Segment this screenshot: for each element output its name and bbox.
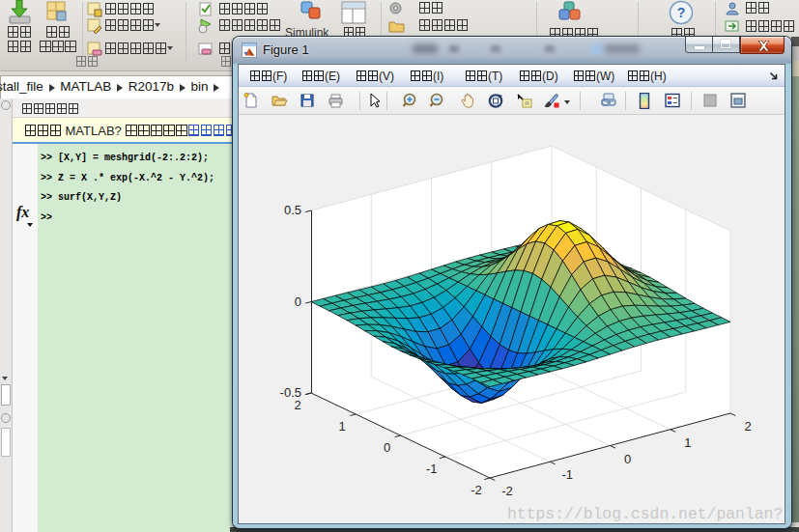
svg-text:0: 0: [295, 294, 301, 309]
svg-text:-2: -2: [471, 483, 482, 497]
svg-text:1: 1: [684, 435, 691, 450]
svg-text:2: 2: [294, 398, 300, 412]
svg-text:0: 0: [624, 452, 631, 466]
svg-text:?: ?: [677, 5, 686, 20]
svg-text:-1: -1: [426, 462, 438, 476]
svg-text:2: 2: [744, 419, 751, 434]
svg-text:0.5: 0.5: [284, 203, 301, 217]
svg-text:1: 1: [339, 419, 346, 434]
svg-text:0: 0: [384, 440, 390, 455]
svg-text:-1: -1: [561, 467, 573, 482]
svg-text:-2: -2: [501, 484, 513, 498]
